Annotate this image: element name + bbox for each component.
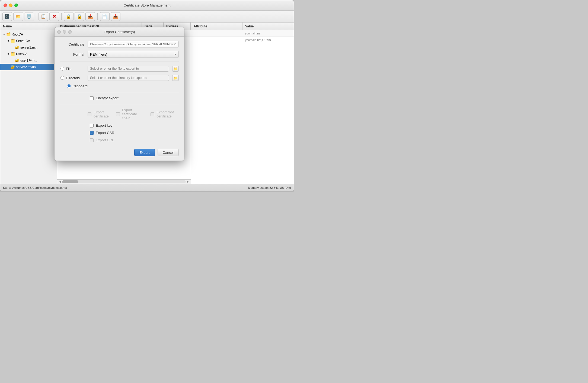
minimize-button[interactable] [9, 4, 12, 7]
certificate-row: Certificate [60, 41, 179, 47]
export-csr-checkbox[interactable]: ✓ [90, 131, 94, 135]
certificate-input[interactable] [88, 41, 179, 47]
modal-close-btn[interactable] [57, 30, 61, 34]
format-select[interactable]: PEM file(s) DER file(s) PKCS#12 PEM bund… [88, 51, 179, 58]
open-store-button[interactable]: 📂 [13, 12, 23, 21]
separator-1 [36, 13, 36, 20]
attribute-column-header: Attribute [191, 23, 242, 30]
attr-row[interactable]: ydomain.net [191, 30, 294, 37]
traffic-lights [4, 4, 18, 7]
scrollbar-track [62, 180, 186, 183]
tree-item-label: server1.m... [20, 46, 37, 49]
tree-item-label: ServerCA [16, 39, 30, 43]
export-dialog: Export Certificate(s) Certificate Format… [54, 27, 184, 161]
attribute-value-panel: Attribute Value ydomain.net ydomain.net,… [191, 23, 294, 184]
file-radio[interactable] [60, 67, 64, 71]
tree-item-label: UserCA [16, 52, 27, 56]
directory-radio-area: Directory [60, 76, 84, 80]
arrow-icon: ▼ [7, 39, 10, 43]
add-store-button[interactable]: 🗄️+ [2, 12, 12, 21]
delete-button[interactable]: ✖ [49, 12, 59, 21]
scrollbar-thumb[interactable] [62, 180, 78, 183]
directory-browse-button[interactable]: 📁 [172, 75, 179, 81]
export-csr-row: ✓ Export CSR [60, 131, 179, 135]
cert-store-icon: 🗂️ [6, 32, 11, 37]
horizontal-scrollbar[interactable]: ◀ ▶ [57, 179, 191, 184]
tree-item-rootca[interactable]: ▼ 🗂️ RootCA [0, 31, 57, 38]
no-arrow [11, 59, 14, 62]
modal-title: Export Certificate(s) [104, 30, 135, 34]
file-radio-area: File [60, 67, 84, 71]
export-crl-row: Export CRL [60, 138, 179, 142]
directory-input[interactable] [88, 75, 169, 81]
no-arrow [11, 46, 14, 49]
export-root-checkbox[interactable] [151, 112, 154, 116]
tree-item-label: server2.mydo... [16, 65, 39, 69]
export-crl-label: Export CRL [96, 138, 114, 142]
copy-button[interactable]: 📋 [39, 12, 48, 21]
export-cert-label: Export certificate [94, 110, 111, 118]
clipboard-radio-area: Clipboard [60, 84, 88, 88]
cert-leaf-icon: 🔐 [11, 65, 15, 69]
encrypt-export-checkbox[interactable] [90, 96, 94, 100]
export-cert-checkbox[interactable] [88, 112, 91, 116]
maximize-button[interactable] [14, 4, 18, 7]
cert-leaf-icon: 🔐 [15, 45, 19, 50]
export-certs-row: Export certificate Export certificate ch… [60, 108, 179, 120]
tree-item-server2[interactable]: 🔐 server2.mydo... [0, 64, 57, 70]
export-button[interactable]: Export [134, 149, 155, 156]
attr-row[interactable]: ydomain.net,OU=m [191, 37, 294, 43]
tree-item-userca[interactable]: ▼ 🗂️ UserCA [0, 51, 57, 57]
file-browse-button[interactable]: 📁 [172, 66, 179, 72]
separator-2 [60, 92, 179, 92]
format-select-wrapper: PEM file(s) DER file(s) PKCS#12 PEM bund… [88, 51, 179, 58]
clipboard-row: Clipboard [60, 84, 179, 88]
export-chain-checkbox[interactable] [116, 112, 120, 116]
file-row: File 📁 [60, 66, 179, 72]
encrypt-export-label: Encrypt export [96, 96, 119, 100]
scroll-right-btn[interactable]: ▶ [186, 180, 190, 183]
format-row: Format PEM file(s) DER file(s) PKCS#12 P… [60, 51, 179, 58]
encrypt-export-row: Encrypt export [60, 96, 179, 100]
arrow-icon: ▼ [2, 33, 6, 36]
separator-3 [97, 13, 98, 20]
modal-minimize-btn[interactable] [63, 30, 66, 34]
modal-content: Certificate Format PEM file(s) DER file(… [55, 37, 184, 146]
modal-maximize-btn[interactable] [68, 30, 72, 34]
modal-buttons: Export Cancel [55, 146, 184, 161]
export-key-row: Export key [60, 123, 179, 127]
file-input[interactable] [88, 66, 169, 72]
tree-item-user1[interactable]: 🔐 user1@m... [0, 57, 57, 64]
export-chain-label: Export certificate chain [122, 108, 146, 120]
unlock-button[interactable]: 🔓 [75, 12, 84, 21]
directory-radio[interactable] [60, 76, 64, 80]
store-path: Store: '/Volumes/USB/Certificates/mydoma… [3, 186, 68, 189]
tree-item-server1[interactable]: 🔐 server1.m... [0, 44, 57, 51]
arrow-icon: ▼ [7, 52, 10, 56]
export-crl-checkbox[interactable] [90, 138, 94, 142]
tree-item-serverca[interactable]: ▼ 🗂️ ServerCA [0, 38, 57, 44]
close-button[interactable] [4, 4, 7, 7]
delete-store-button[interactable]: 🗑️ [24, 12, 34, 21]
cancel-button[interactable]: Cancel [158, 149, 179, 156]
file-label: File [66, 67, 84, 71]
memory-usage: Memory usage: 82.541 MB (2%) [248, 186, 291, 189]
no-arrow [7, 65, 10, 69]
export2-button[interactable]: 📤 [85, 12, 95, 21]
scroll-left-btn[interactable]: ◀ [58, 180, 62, 183]
import-button[interactable]: 📥 [111, 12, 120, 21]
export-key-checkbox[interactable] [90, 124, 94, 127]
window-title: Certificate Store Management [124, 3, 171, 7]
export3-button[interactable]: 📄 [100, 12, 110, 21]
clipboard-radio[interactable] [67, 84, 71, 88]
export-csr-label: Export CSR [96, 131, 114, 135]
tree-area: ▼ 🗂️ RootCA ▼ 🗂️ ServerCA 🔐 server1.m...… [0, 30, 57, 184]
lock-button[interactable]: 🔒 [64, 12, 74, 21]
export-root-label: Export root certificate [156, 110, 179, 118]
certificate-label: Certificate [60, 42, 84, 46]
titlebar: Certificate Store Management [0, 0, 294, 11]
directory-label: Directory [66, 76, 84, 80]
modal-traffic-lights [57, 30, 72, 34]
name-column-header: Name [0, 23, 57, 30]
toolbar: 🗄️+ 📂 🗑️ 📋 ✖ 🔒 🔓 📤 📄 📥 [0, 11, 294, 23]
